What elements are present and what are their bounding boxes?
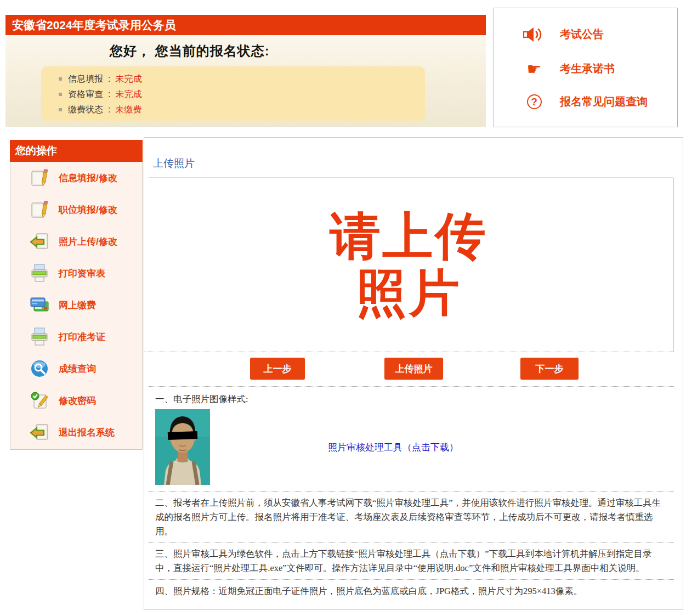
sidebar-item-photo-upload[interactable]: 照片上传/修改 [10, 225, 142, 257]
sidebar-item-label: 职位填报/修改 [59, 204, 117, 216]
sidebar-item-change-password[interactable]: 修改密码 [10, 385, 142, 416]
speaker-icon [523, 26, 546, 43]
sidebar-item-label: 照片上传/修改 [59, 235, 117, 248]
sidebar: 您的操作 信息填报/修改 [10, 140, 143, 450]
status-colon: : [108, 74, 110, 84]
quick-link-exam-announcement[interactable]: 考试公告 [523, 26, 677, 43]
instruction-paragraph-2: 二、报考者在上传照片前，须从安徽省人事考试网下载“照片审核处理工具”，并使用该软… [144, 492, 683, 542]
upload-photo-button[interactable]: 上传照片 [384, 358, 443, 380]
status-row-payment: 缴费状态 : 未缴费 [59, 102, 425, 117]
status-value: 未缴费 [115, 104, 141, 116]
quick-link-candidate-commitment[interactable]: ☛ 考生承诺书 [523, 61, 677, 77]
status-box: 信息填报 : 未完成 资格审查 : 未完成 缴费状态 : 未缴费 [41, 66, 425, 121]
form-edit-icon [29, 167, 50, 188]
printer-icon [29, 326, 50, 347]
buttons-row: 上一步 上传照片 下一步 [144, 352, 683, 386]
sidebar-item-info-fill[interactable]: 信息填报/修改 [10, 162, 142, 194]
photo-sample-row: 照片审核处理工具（点击下载） [155, 409, 674, 485]
quick-link-faq[interactable]: ? 报名常见问题查询 [523, 94, 677, 109]
status-panel: 安徽省2024年度考试录用公务员 您好， 您当前的报名状态: 信息填报 : 未完… [5, 15, 486, 127]
placeholder-text-line2: 照片 [356, 265, 462, 321]
sidebar-item-label: 网上缴费 [59, 299, 96, 312]
status-colon: : [108, 105, 110, 115]
status-row-info: 信息填报 : 未完成 [59, 71, 425, 87]
status-label: 信息填报 [68, 74, 103, 85]
sidebar-header: 您的操作 [10, 140, 143, 162]
page-title: 上传照片 [153, 156, 683, 171]
sidebar-item-print-review-form[interactable]: 打印资审表 [10, 257, 142, 289]
status-label: 资格审查 [68, 89, 103, 100]
photo-upload-icon [29, 231, 50, 252]
sidebar-item-label: 打印准考证 [59, 331, 105, 343]
section-heading: 一、电子照片图像样式: [155, 393, 674, 405]
form-edit-icon [29, 199, 50, 220]
sidebar-item-online-payment[interactable]: 网上缴费 [10, 289, 142, 321]
greeting-text: 您好， 您当前的报名状态: [110, 42, 486, 60]
quick-link-label: 考试公告 [560, 27, 604, 42]
quick-link-label: 报名常见问题查询 [560, 94, 648, 109]
instruction-paragraph-3: 三、照片审核工具为绿色软件，点击上方下载链接“照片审核处理工具（点击下载）”下载… [144, 543, 683, 579]
instruction-paragraph-4: 四、照片规格：近期免冠正面电子证件照片，照片底色为蓝底或白底，JPG格式，照片尺… [144, 580, 683, 602]
sidebar-item-label: 打印资审表 [59, 267, 105, 280]
next-step-button[interactable]: 下一步 [520, 358, 579, 380]
status-value: 未完成 [115, 74, 141, 85]
sidebar-item-label: 修改密码 [59, 394, 96, 407]
sidebar-item-position-fill[interactable]: 职位填报/修改 [10, 194, 142, 225]
photo-sample-section: 一、电子照片图像样式: 照片审核处理工具（点击下载） [144, 387, 683, 491]
sidebar-item-exit-system[interactable]: 退出报名系统 [10, 416, 142, 448]
photo-upload-placeholder: 请上传 照片 [144, 178, 674, 352]
quick-links-panel: 考试公告 ☛ 考生承诺书 ? 报名常见问题查询 [494, 8, 678, 127]
status-label: 缴费状态 [68, 104, 103, 116]
pointing-hand-icon: ☛ [523, 61, 546, 77]
sidebar-item-score-query[interactable]: 成绩查询 [10, 353, 142, 385]
score-search-icon [29, 358, 50, 379]
status-colon: : [108, 89, 110, 99]
quick-link-label: 考生承诺书 [560, 61, 615, 76]
previous-step-button[interactable]: 上一步 [250, 358, 305, 380]
square-bullet-icon [59, 77, 62, 81]
question-mark-icon: ? [523, 94, 546, 109]
sample-id-photo [155, 409, 210, 485]
main-panel: 上传照片 请上传 照片 上一步 上传照片 下一步 一、电子照片图像样式: [144, 137, 683, 610]
status-value: 未完成 [115, 89, 141, 100]
sidebar-item-print-admission-ticket[interactable]: 打印准考证 [10, 321, 142, 353]
printer-icon [29, 263, 50, 284]
edit-password-icon [29, 390, 50, 411]
square-bullet-icon [59, 108, 62, 111]
exit-system-icon [29, 422, 50, 443]
payment-cards-icon [29, 295, 50, 315]
app-title-bar: 安徽省2024年度考试录用公务员 [5, 15, 486, 35]
sidebar-item-label: 成绩查询 [59, 363, 96, 375]
photo-tool-download-link[interactable]: 照片审核处理工具（点击下载） [328, 441, 458, 454]
placeholder-text-line1: 请上传 [330, 208, 488, 264]
status-row-qualification: 资格审查 : 未完成 [59, 87, 425, 102]
sidebar-item-label: 信息填报/修改 [59, 172, 117, 184]
square-bullet-icon [59, 93, 62, 96]
sidebar-item-label: 退出报名系统 [59, 426, 115, 439]
